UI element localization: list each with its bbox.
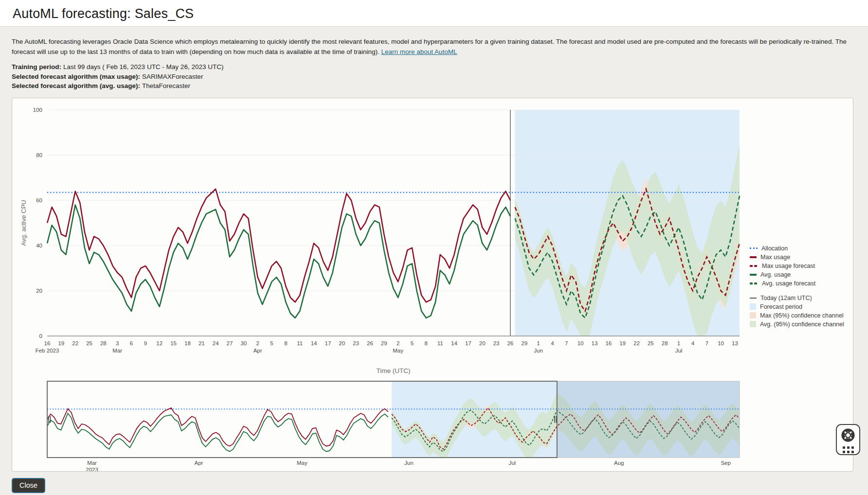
legend-label: Avg. usage forecast bbox=[762, 280, 815, 287]
legend-item: Forecast period bbox=[750, 302, 853, 311]
avg-algorithm-value: ThetaForecaster bbox=[142, 82, 190, 89]
legend-swatch-box-icon bbox=[750, 303, 756, 310]
x-tick-label: 7 bbox=[565, 340, 568, 346]
grid-dots-icon bbox=[843, 446, 854, 453]
x-tick-label: 1 bbox=[537, 340, 540, 346]
x-month-label: May bbox=[393, 348, 403, 354]
x-tick-label: 25 bbox=[86, 340, 92, 346]
x-tick-label: 11 bbox=[297, 340, 303, 346]
x-tick-label: 14 bbox=[451, 340, 457, 346]
x-tick-label: 20 bbox=[479, 340, 486, 346]
x-tick-label: 4 bbox=[691, 340, 695, 346]
legend-label: Max usage forecast bbox=[762, 263, 815, 269]
y-tick-label: 100 bbox=[33, 107, 42, 113]
x-month-label: Apr bbox=[253, 348, 262, 354]
x-month-label: Feb 2023 bbox=[36, 348, 59, 354]
y-tick-label: 40 bbox=[36, 243, 42, 248]
mini-month-label: May bbox=[297, 460, 307, 466]
legend-label: Max usage bbox=[760, 254, 790, 261]
x-tick-label: 11 bbox=[437, 340, 443, 346]
x-tick-label: 15 bbox=[170, 340, 177, 346]
x-tick-label: 6 bbox=[130, 340, 133, 346]
max-algorithm-value: SARIMAXForecaster bbox=[142, 73, 203, 80]
intro-text: The AutoML forecasting leverages Oracle … bbox=[12, 36, 856, 57]
y-axis-title: Avg. active CPU bbox=[20, 200, 27, 246]
legend-swatch-solid-icon bbox=[750, 274, 757, 276]
x-tick-label: 1 bbox=[677, 340, 680, 346]
x-tick-label: 29 bbox=[381, 340, 387, 346]
x-tick-label: 2 bbox=[397, 340, 399, 346]
x-tick-label: 16 bbox=[44, 340, 51, 346]
chart-panel: 0204060801001619222528369121518212427302… bbox=[12, 98, 853, 472]
legend-item: Max usage forecast bbox=[750, 262, 853, 270]
legend-swatch-dashed-icon bbox=[750, 283, 758, 284]
help-widget[interactable] bbox=[836, 424, 860, 455]
x-tick-label: 28 bbox=[662, 340, 668, 346]
y-tick-label: 60 bbox=[36, 197, 42, 203]
close-button[interactable]: Close bbox=[12, 478, 45, 493]
x-tick-label: 8 bbox=[425, 340, 428, 346]
x-tick-label: 20 bbox=[339, 340, 345, 346]
x-tick-label: 26 bbox=[367, 340, 373, 346]
legend-item: Avg. usage forecast bbox=[750, 279, 853, 288]
x-tick-label: 21 bbox=[199, 340, 205, 346]
legend-swatch-box-icon bbox=[750, 312, 756, 318]
x-tick-label: 12 bbox=[156, 340, 163, 346]
x-month-label: Jul bbox=[675, 348, 683, 354]
x-tick-label: 19 bbox=[619, 340, 626, 346]
legend-swatch-solid-icon bbox=[750, 256, 757, 258]
x-tick-label: 29 bbox=[521, 340, 527, 346]
legend-swatch-dotted-icon bbox=[750, 248, 758, 249]
mini-avg-usage-line bbox=[47, 413, 388, 451]
x-tick-label: 24 bbox=[213, 340, 219, 346]
x-tick-label: 2 bbox=[256, 340, 259, 346]
x-tick-label: 4 bbox=[551, 340, 554, 346]
avg-algorithm-row: Selected forecast algorithm (avg. usage)… bbox=[12, 82, 856, 91]
x-axis-title: Time (UTC) bbox=[377, 367, 411, 374]
x-tick-label: 5 bbox=[270, 340, 273, 346]
legend-label: Max (95%) confidence channel bbox=[760, 312, 844, 319]
x-tick-label: 23 bbox=[353, 340, 359, 346]
legend-label: Forecast period bbox=[760, 303, 802, 310]
legend-label: Today (12am UTC) bbox=[760, 295, 812, 301]
training-period-label: Training period: bbox=[12, 63, 61, 71]
x-tick-label: 17 bbox=[325, 340, 331, 346]
mini-month-label: Aug bbox=[614, 460, 624, 466]
mini-year-label: 2023 bbox=[86, 467, 98, 471]
legend-label: Avg. usage bbox=[760, 271, 791, 278]
x-month-label: Jun bbox=[534, 348, 543, 354]
mini-month-label: Apr bbox=[195, 460, 203, 466]
x-tick-label: 18 bbox=[184, 340, 191, 346]
x-tick-label: 13 bbox=[592, 340, 598, 346]
learn-more-link[interactable]: Learn more about AutoML bbox=[381, 48, 457, 55]
avg-usage-line bbox=[47, 205, 510, 318]
x-tick-label: 13 bbox=[732, 340, 738, 346]
x-tick-label: 27 bbox=[227, 340, 233, 346]
y-tick-label: 80 bbox=[36, 152, 42, 158]
legend-overlay-group: Today (12am UTC)Forecast periodMax (95%)… bbox=[750, 294, 853, 329]
chart-legend: AllocationMax usageMax usage forecastAvg… bbox=[750, 244, 853, 329]
training-period-row: Training period:Last 99 days ( Feb 16, 2… bbox=[12, 63, 856, 72]
x-tick-label: 17 bbox=[465, 340, 471, 346]
max-algorithm-row: Selected forecast algorithm (max usage):… bbox=[12, 72, 856, 82]
legend-swatch-box-icon bbox=[750, 321, 756, 327]
mini-month-label: Sep bbox=[721, 460, 730, 466]
forecast-chart[interactable]: 0204060801001619222528369121518212427302… bbox=[12, 98, 853, 471]
page-header: AutoML forecasting: Sales_CS bbox=[0, 0, 868, 27]
legend-item: Avg. (95%) confidence channel bbox=[750, 320, 853, 329]
page-title: AutoML forecasting: Sales_CS bbox=[0, 0, 868, 21]
x-tick-label: 28 bbox=[100, 340, 107, 346]
legend-item: Today (12am UTC) bbox=[750, 294, 853, 302]
forecast-details: Training period:Last 99 days ( Feb 16, 2… bbox=[12, 63, 856, 91]
x-tick-label: 23 bbox=[493, 340, 500, 346]
content: The AutoML forecasting leverages Oracle … bbox=[0, 36, 868, 472]
legend-swatch-thinline-icon bbox=[750, 298, 757, 299]
x-tick-label: 22 bbox=[72, 340, 78, 346]
y-tick-label: 20 bbox=[36, 288, 42, 294]
mini-month-label: Mar bbox=[87, 460, 97, 466]
x-tick-label: 9 bbox=[144, 340, 147, 346]
legend-item: Max (95%) confidence channel bbox=[750, 311, 853, 320]
legend-series-group: AllocationMax usageMax usage forecastAvg… bbox=[750, 244, 853, 288]
avg-algorithm-label: Selected forecast algorithm (avg. usage)… bbox=[12, 82, 140, 89]
training-period-value: Last 99 days ( Feb 16, 2023 UTC - May 26… bbox=[63, 63, 223, 71]
